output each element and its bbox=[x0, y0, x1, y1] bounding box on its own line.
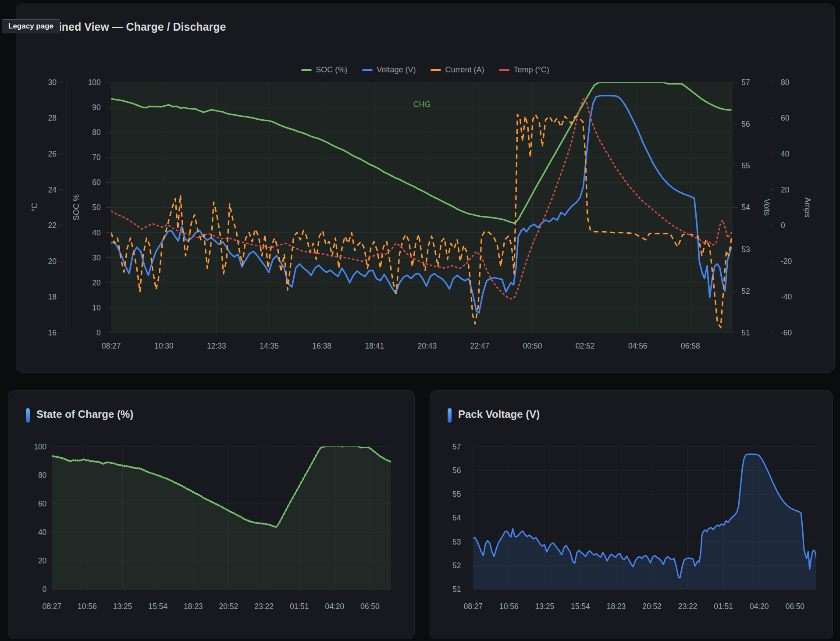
svg-text:57: 57 bbox=[741, 78, 750, 87]
x-axis: 08:2710:3012:3314:3516:3818:4120:4322:47… bbox=[102, 342, 700, 350]
svg-text:50: 50 bbox=[92, 203, 101, 212]
svg-text:52: 52 bbox=[452, 561, 461, 570]
svg-text:80: 80 bbox=[781, 78, 790, 87]
svg-text:51: 51 bbox=[741, 328, 750, 337]
svg-text:18:41: 18:41 bbox=[365, 342, 384, 350]
legend-label: Temp (°C) bbox=[513, 65, 549, 75]
chg-region-label: CHG bbox=[413, 100, 431, 109]
svg-text:18:23: 18:23 bbox=[607, 602, 626, 611]
y-axis-title-volts: Volts bbox=[762, 199, 771, 216]
legend-swatch bbox=[499, 69, 509, 71]
svg-text:10: 10 bbox=[92, 303, 101, 312]
legend-swatch bbox=[431, 69, 441, 71]
svg-text:15:54: 15:54 bbox=[571, 602, 590, 611]
series-fill-soc bbox=[52, 447, 396, 590]
svg-text:08:27: 08:27 bbox=[463, 602, 483, 611]
svg-text:20: 20 bbox=[92, 278, 101, 287]
y-axis-volts: 57565554535251 bbox=[452, 442, 461, 594]
svg-text:20:52: 20:52 bbox=[642, 602, 662, 611]
svg-text:13:25: 13:25 bbox=[535, 602, 555, 611]
svg-text:0: 0 bbox=[43, 585, 47, 594]
svg-text:04:20: 04:20 bbox=[750, 602, 769, 611]
y-axis-amps: 806040200-20-40-60Amps bbox=[770, 78, 812, 338]
legend-label: SOC (%) bbox=[316, 65, 347, 75]
svg-text:20: 20 bbox=[781, 185, 790, 194]
svg-text:0: 0 bbox=[96, 328, 101, 337]
y-axis-soc: 1009080706050403020100SOC % bbox=[72, 78, 111, 338]
svg-text:80: 80 bbox=[92, 128, 101, 137]
svg-text:18:23: 18:23 bbox=[184, 602, 203, 611]
svg-text:23:22: 23:22 bbox=[254, 602, 274, 611]
svg-text:60: 60 bbox=[38, 499, 47, 508]
svg-text:10:56: 10:56 bbox=[78, 602, 97, 611]
svg-text:06:50: 06:50 bbox=[785, 602, 804, 611]
svg-text:56: 56 bbox=[741, 120, 750, 128]
svg-text:20: 20 bbox=[48, 257, 57, 266]
svg-text:55: 55 bbox=[741, 161, 750, 170]
voltage-panel: Pack Voltage (V) 5756555453525108:2710:5… bbox=[430, 390, 833, 639]
y-axis-soc: 100806040200 bbox=[34, 442, 46, 594]
y-axis-title-amps: Amps bbox=[803, 197, 812, 217]
svg-text:30: 30 bbox=[48, 78, 57, 87]
svg-text:-20: -20 bbox=[781, 257, 792, 266]
svg-text:28: 28 bbox=[48, 114, 57, 122]
svg-text:60: 60 bbox=[92, 178, 101, 187]
combined-legend: SOC (%)Voltage (V)Current (A)Temp (°C) bbox=[16, 65, 834, 75]
svg-text:20:43: 20:43 bbox=[417, 342, 437, 350]
svg-text:40: 40 bbox=[38, 528, 47, 537]
svg-text:55: 55 bbox=[452, 490, 461, 499]
y-axis-temp: 3028262422201816°C bbox=[30, 78, 67, 338]
svg-text:60: 60 bbox=[781, 114, 790, 122]
svg-text:54: 54 bbox=[741, 203, 750, 212]
svg-text:57: 57 bbox=[452, 442, 461, 451]
svg-text:01:51: 01:51 bbox=[714, 602, 733, 611]
series-group bbox=[473, 454, 822, 590]
soc-chart[interactable]: 10080604020008:2710:5613:2515:5418:2320:… bbox=[8, 391, 414, 639]
soc-panel: State of Charge (%) 10080604020008:2710:… bbox=[8, 390, 415, 639]
svg-text:100: 100 bbox=[34, 442, 46, 451]
svg-text:52: 52 bbox=[741, 287, 750, 296]
svg-text:16:38: 16:38 bbox=[312, 342, 331, 350]
svg-text:06:50: 06:50 bbox=[360, 602, 380, 611]
svg-text:15:54: 15:54 bbox=[148, 602, 167, 611]
svg-text:56: 56 bbox=[452, 466, 461, 475]
svg-text:12:33: 12:33 bbox=[207, 342, 226, 350]
svg-text:14:35: 14:35 bbox=[260, 342, 279, 350]
combined-chart-panel: Combined View — Charge / Discharge SOC (… bbox=[16, 4, 835, 373]
svg-text:70: 70 bbox=[92, 153, 101, 162]
y-axis-title-soc: SOC % bbox=[72, 194, 81, 221]
svg-text:-60: -60 bbox=[781, 328, 792, 337]
x-axis: 08:2710:5613:2515:5418:2320:5223:2201:51… bbox=[463, 602, 804, 611]
y-axis-volts: 57565554535251Volts bbox=[733, 78, 771, 338]
svg-text:51: 51 bbox=[452, 585, 461, 594]
svg-text:20:52: 20:52 bbox=[219, 602, 238, 611]
combined-chart[interactable]: 3028262422201816°C1009080706050403020100… bbox=[16, 4, 834, 372]
legend-swatch bbox=[362, 69, 373, 71]
legend-item-3[interactable]: Temp (°C) bbox=[499, 65, 549, 75]
svg-text:08:27: 08:27 bbox=[102, 342, 121, 350]
legend-label: Current (A) bbox=[445, 65, 484, 75]
y-axis-title-temp: °C bbox=[30, 203, 39, 212]
svg-text:90: 90 bbox=[92, 103, 101, 112]
legend-item-0[interactable]: SOC (%) bbox=[301, 65, 347, 75]
legend-item-1[interactable]: Voltage (V) bbox=[362, 65, 416, 75]
svg-text:02:52: 02:52 bbox=[576, 342, 595, 350]
svg-text:-40: -40 bbox=[781, 292, 792, 301]
svg-text:80: 80 bbox=[38, 471, 47, 480]
svg-text:04:56: 04:56 bbox=[628, 342, 648, 350]
svg-text:24: 24 bbox=[48, 185, 57, 194]
svg-text:13:25: 13:25 bbox=[113, 602, 132, 611]
legend-item-2[interactable]: Current (A) bbox=[431, 65, 484, 75]
svg-text:26: 26 bbox=[48, 150, 57, 158]
svg-text:04:20: 04:20 bbox=[325, 602, 345, 611]
svg-text:23:22: 23:22 bbox=[678, 602, 698, 611]
voltage-chart[interactable]: 5756555453525108:2710:5613:2515:5418:232… bbox=[430, 391, 833, 639]
legacy-page-tooltip: Legacy page bbox=[2, 19, 60, 33]
svg-text:08:27: 08:27 bbox=[42, 602, 61, 611]
svg-text:00:50: 00:50 bbox=[523, 342, 542, 350]
svg-text:06:58: 06:58 bbox=[681, 342, 700, 350]
legend-label: Voltage (V) bbox=[377, 65, 416, 75]
svg-text:20: 20 bbox=[38, 556, 47, 565]
svg-text:40: 40 bbox=[92, 228, 101, 237]
x-axis: 08:2710:5613:2515:5418:2320:5223:2201:51… bbox=[42, 602, 380, 611]
